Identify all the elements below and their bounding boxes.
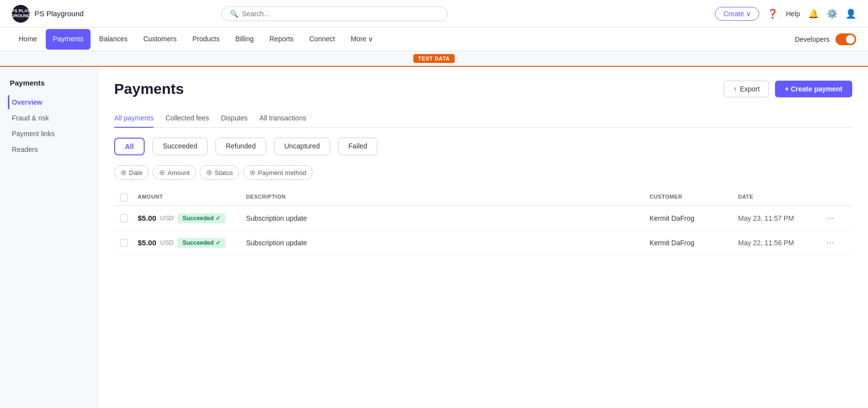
row-amount: $5.00 (138, 214, 156, 222)
page-title: Payments (114, 81, 184, 97)
row-checkbox[interactable] (120, 239, 128, 247)
export-icon: ↑ (733, 85, 737, 93)
row-amount-cell: $5.00 USD Succeeded ✓ (138, 213, 246, 223)
row-description: Subscription update (246, 214, 650, 222)
nav-right: Developers (795, 33, 856, 45)
account-icon[interactable]: 👤 (845, 8, 856, 19)
top-right-actions: Create ∨ ❓ Help 🔔 ⚙️ 👤 (715, 7, 856, 21)
search-bar[interactable]: 🔍 (221, 6, 448, 21)
nav-reports[interactable]: Reports (263, 29, 301, 50)
row-more-button[interactable]: ··· (827, 213, 846, 223)
nav-payments[interactable]: Payments (46, 29, 90, 50)
row-status-badge: Succeeded ✓ (178, 238, 225, 248)
filter-succeeded[interactable]: Succeeded (153, 138, 208, 155)
sidebar: Payments Overview Fraud & risk Payment l… (0, 67, 98, 408)
header-description: DESCRIPTION (246, 194, 650, 202)
test-banner: TEST DATA (0, 51, 868, 67)
tab-disputes[interactable]: Disputes (221, 109, 248, 128)
search-input[interactable] (242, 10, 439, 18)
test-badge: TEST DATA (413, 54, 455, 63)
filter-row: ⊕ Date ⊕ Amount ⊕ Status ⊕ Payment metho… (114, 165, 852, 180)
filter-all[interactable]: All (114, 138, 145, 155)
plus-icon: ⊕ (121, 168, 127, 177)
notifications-icon[interactable]: 🔔 (808, 8, 819, 19)
tab-all-payments[interactable]: All payments (114, 109, 154, 128)
row-date: May 22, 11:56 PM (738, 239, 827, 247)
row-checkbox-col (120, 239, 138, 247)
row-description: Subscription update (246, 239, 650, 247)
table-header: AMOUNT DESCRIPTION CUSTOMER DATE (114, 190, 852, 206)
filter-refunded[interactable]: Refunded (216, 138, 266, 155)
row-customer: Kermit DaFrog (650, 214, 738, 222)
payments-tabs: All payments Collected fees Disputes All… (114, 109, 852, 128)
row-checkbox[interactable] (120, 214, 128, 222)
search-icon: 🔍 (230, 10, 238, 18)
plus-icon: ⊕ (206, 168, 213, 177)
filter-status-button[interactable]: ⊕ Status (200, 165, 239, 180)
header-actions-col (827, 194, 846, 202)
export-button[interactable]: ↑ Export (724, 81, 769, 97)
header-checkbox-col (120, 194, 138, 202)
developers-toggle[interactable] (836, 33, 856, 45)
row-more-button[interactable]: ··· (827, 237, 846, 248)
status-filters: All Succeeded Refunded Uncaptured Failed (114, 138, 852, 155)
sidebar-item-fraud[interactable]: Fraud & risk (8, 111, 90, 125)
header-customer: CUSTOMER (650, 194, 738, 202)
header-amount: AMOUNT (138, 194, 246, 202)
row-status-badge: Succeeded ✓ (178, 213, 225, 223)
sidebar-item-readers[interactable]: Readers (8, 142, 90, 157)
nav-customers[interactable]: Customers (136, 29, 184, 50)
row-currency: USD (160, 239, 174, 246)
nav-billing[interactable]: Billing (228, 29, 260, 50)
chevron-down-icon: ∨ (746, 10, 751, 18)
header-actions: ↑ Export + Create payment (724, 81, 852, 97)
page-header: Payments ↑ Export + Create payment (114, 81, 852, 97)
nav-products[interactable]: Products (186, 29, 226, 50)
row-date: May 23, 11:57 PM (738, 214, 827, 222)
filter-payment-method-button[interactable]: ⊕ Payment method (243, 165, 312, 180)
row-amount-cell: $5.00 USD Succeeded ✓ (138, 238, 246, 248)
nav-home[interactable]: Home (12, 29, 44, 50)
main-layout: Payments Overview Fraud & risk Payment l… (0, 67, 868, 408)
create-button[interactable]: Create ∨ (715, 7, 759, 21)
plus-icon: ⊕ (249, 168, 256, 177)
table-row[interactable]: $5.00 USD Succeeded ✓ Subscription updat… (114, 206, 852, 231)
help-label[interactable]: Help (786, 10, 800, 18)
sidebar-item-payment-links[interactable]: Payment links (8, 126, 90, 141)
content-area: Payments ↑ Export + Create payment All p… (98, 67, 868, 408)
filter-date-button[interactable]: ⊕ Date (114, 165, 149, 180)
sidebar-item-overview[interactable]: Overview (8, 95, 90, 110)
sidebar-title: Payments (8, 79, 90, 87)
help-icon[interactable]: ❓ (767, 8, 778, 19)
plus-icon: ⊕ (159, 168, 165, 177)
nav-connect[interactable]: Connect (303, 29, 342, 50)
top-bar: PS PLAY GROUND PS Playground 🔍 Create ∨ … (0, 0, 868, 28)
logo-icon: PS PLAY GROUND (12, 5, 30, 23)
row-amount: $5.00 (138, 238, 156, 247)
header-date: DATE (738, 194, 827, 202)
select-all-checkbox[interactable] (120, 194, 128, 202)
brand-name: PS Playground (34, 9, 84, 18)
table-row[interactable]: $5.00 USD Succeeded ✓ Subscription updat… (114, 231, 852, 255)
row-currency: USD (160, 214, 174, 222)
logo-area: PS PLAY GROUND PS Playground (12, 5, 84, 23)
filter-uncaptured[interactable]: Uncaptured (274, 138, 330, 155)
nav-bar: Home Payments Balances Customers Product… (0, 28, 868, 51)
nav-more[interactable]: More ∨ (344, 29, 380, 50)
filter-amount-button[interactable]: ⊕ Amount (153, 165, 196, 180)
settings-icon[interactable]: ⚙️ (827, 8, 837, 19)
nav-balances[interactable]: Balances (93, 29, 135, 50)
row-customer: Kermit DaFrog (650, 239, 738, 247)
row-checkbox-col (120, 214, 138, 222)
tab-all-transactions[interactable]: All transactions (259, 109, 306, 128)
create-payment-button[interactable]: + Create payment (775, 81, 852, 97)
filter-failed[interactable]: Failed (338, 138, 377, 155)
developers-label[interactable]: Developers (795, 35, 830, 43)
tab-collected-fees[interactable]: Collected fees (165, 109, 209, 128)
